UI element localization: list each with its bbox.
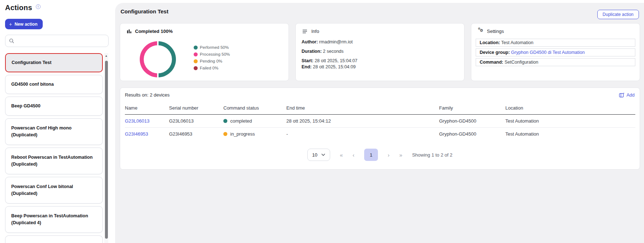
completed-card-title: Completed 100%: [135, 29, 173, 34]
action-item-label: Reboot Powerscan in TestAutomation (Dupl…: [11, 154, 97, 168]
action-item-label: Beep Powerscan in TestAutomation (Duplic…: [11, 213, 97, 227]
pagination: 10 « ‹ 1 › » Showing 1 to 2 of 2: [120, 149, 640, 161]
action-item-label: Powerscan Conf High mono (Duplicated): [11, 125, 97, 139]
info-card-title: Info: [311, 29, 319, 34]
device-group-link[interactable]: Gryphon GD4500 di Test Automation: [511, 50, 585, 55]
add-column-icon: [619, 93, 624, 98]
table-header-row: Name Serial number Command status End ti…: [125, 102, 635, 115]
search-icon: [9, 38, 14, 43]
action-item-powerscan-conf-low-bitonal[interactable]: Powerscan Conf Low bitonal (Duplicated): [5, 177, 103, 204]
action-item-label: GD4500 conf bitona: [11, 81, 54, 88]
actions-sidebar: Actions i + New action Configuration Tes…: [0, 0, 115, 243]
duplicate-action-button[interactable]: Duplicate action: [597, 10, 639, 19]
scrollbar-up-arrow-icon[interactable]: ▲: [104, 54, 108, 58]
family-cell: Gryphon-GD4500: [439, 128, 505, 141]
col-family: Family: [439, 102, 505, 115]
col-location: Location: [505, 102, 635, 115]
results-title: Results on: 2 devices: [125, 92, 170, 98]
pagination-summary: Showing 1 to 2 of 2: [412, 152, 452, 158]
plus-icon: +: [9, 21, 12, 27]
summary-cards-row: Completed 100% Performed 50% Processing …: [120, 23, 640, 81]
add-column-button[interactable]: Add: [619, 93, 635, 98]
sidebar-title-row: Actions i: [5, 4, 41, 12]
serial-number-cell: G23I46953: [169, 128, 223, 141]
current-page-button[interactable]: 1: [364, 149, 378, 161]
col-end-time: End time: [286, 102, 439, 115]
action-item-configuration-test[interactable]: Configuration Test: [5, 53, 103, 72]
serial-number-cell: G23L06013: [169, 115, 223, 128]
col-name: Name: [125, 102, 169, 115]
action-item-beep-gd4500[interactable]: Beep GD4500: [5, 97, 103, 116]
info-end: End: 28 ott 2025, 15:04:09: [302, 64, 458, 69]
action-item-beep-powerscan[interactable]: Beep Powerscan in TestAutomation (Duplic…: [5, 206, 103, 233]
legend-dot-pending: [194, 59, 198, 63]
results-card: Results on: 2 devices Add Name Serial: [120, 88, 640, 170]
action-item-label: Configuration Test: [12, 59, 51, 66]
completed-card: Completed 100% Performed 50% Processing …: [120, 23, 289, 81]
donut-hole: [144, 45, 172, 73]
end-time-cell: -: [286, 128, 439, 141]
add-label: Add: [627, 93, 635, 98]
col-serial-number: Serial number: [169, 102, 223, 115]
location-cell: Test Automation: [505, 115, 635, 128]
legend-item-failed: Failed 0%: [194, 66, 230, 70]
legend-dot-failed: [194, 66, 198, 70]
action-list: Configuration Test GD4500 conf bitona Be…: [5, 53, 103, 243]
settings-device-group: Device group: Gryphon GD4500 di Test Aut…: [476, 48, 635, 56]
legend-dot-processing: [194, 52, 198, 56]
settings-command: Command: SetConfiguration: [476, 58, 635, 66]
info-duration: Duration: 2 seconds: [302, 49, 458, 54]
action-item-partial[interactable]: [5, 235, 103, 243]
next-page-button[interactable]: ›: [388, 152, 390, 158]
end-time-cell: 28 ott 2025, 15:04:12: [286, 115, 439, 128]
prev-page-button[interactable]: ‹: [353, 152, 354, 158]
settings-card-title: Settings: [487, 29, 504, 34]
page-size-select[interactable]: 10: [307, 149, 330, 161]
legend-dot-performed: [194, 46, 198, 50]
status-dot-in-progress: [223, 132, 227, 136]
sidebar-scrollbar[interactable]: ▲: [104, 53, 108, 243]
action-item-label: Beep GD4500: [11, 103, 41, 110]
legend-item-performed: Performed 50%: [194, 45, 230, 50]
page-title: Configuration Test: [121, 8, 168, 14]
chevron-down-icon: [321, 153, 325, 156]
action-detail-panel: Configuration Test Duplicate action Comp…: [115, 3, 644, 243]
scrollbar-thumb[interactable]: [105, 61, 108, 239]
action-item-powerscan-conf-high-mono[interactable]: Powerscan Conf High mono (Duplicated): [5, 118, 103, 145]
results-table: Name Serial number Command status End ti…: [125, 102, 635, 141]
status-badge: in_progress: [223, 131, 283, 137]
last-page-button[interactable]: »: [399, 152, 402, 158]
new-action-label: New action: [14, 22, 37, 27]
col-command-status: Command status: [223, 102, 286, 115]
location-cell: Test Automation: [505, 128, 635, 141]
new-action-button[interactable]: + New action: [5, 19, 43, 29]
sidebar-title: Actions: [5, 4, 32, 12]
list-icon: [302, 29, 308, 34]
action-item-reboot-powerscan[interactable]: Reboot Powerscan in TestAutomation (Dupl…: [5, 148, 103, 174]
chart-legend: Performed 50% Processing 50% Pending 0% …: [194, 45, 230, 70]
status-dot-completed: [223, 119, 227, 123]
action-item-label: Powerscan Conf Low bitonal (Duplicated): [11, 183, 97, 197]
bar-chart-icon: [127, 29, 132, 34]
search-input[interactable]: [17, 38, 105, 43]
donut-chart: [140, 41, 176, 77]
search-box[interactable]: [5, 35, 109, 47]
device-name-link[interactable]: G23L06013: [125, 118, 150, 124]
table-row: G23L06013 G23L06013 completed 28 ott 202…: [125, 115, 635, 128]
info-icon[interactable]: i: [36, 4, 41, 9]
gears-icon: ⚙ ⚙: [478, 29, 484, 34]
settings-location: Location: Test Automation: [476, 39, 635, 47]
device-name-link[interactable]: G23I46953: [125, 131, 148, 137]
info-start: Start: 28 ott 2025, 15:04:07: [302, 58, 458, 63]
table-row: G23I46953 G23I46953 in_progress - Grypho…: [125, 128, 635, 141]
first-page-button[interactable]: «: [340, 152, 343, 158]
settings-card: ⚙ ⚙ Settings Location: Test Automation D…: [471, 23, 640, 81]
status-badge: completed: [223, 118, 283, 124]
family-cell: Gryphon-GD4500: [439, 115, 505, 128]
info-card: Info Author: rmadmin@rm.iot Duration: 2 …: [295, 23, 464, 81]
action-item-gd4500-conf-bitona[interactable]: GD4500 conf bitona: [5, 75, 103, 94]
legend-item-processing: Processing 50%: [194, 52, 230, 56]
info-author: Author: rmadmin@rm.iot: [302, 39, 458, 44]
legend-item-pending: Pending 0%: [194, 59, 230, 63]
